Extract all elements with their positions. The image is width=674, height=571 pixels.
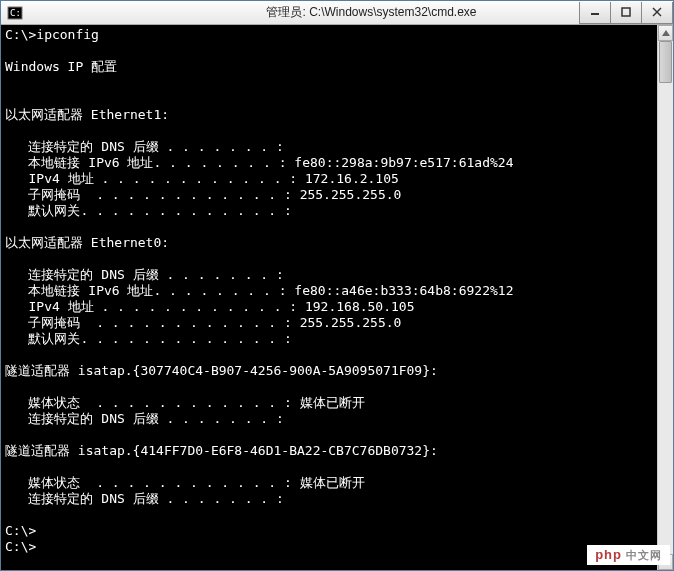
svg-text:C:: C: [10, 8, 21, 18]
cmd-icon: C: [7, 5, 23, 21]
scroll-up-button[interactable] [658, 25, 673, 41]
svg-rect-3 [622, 8, 630, 16]
terminal-output[interactable]: C:\>ipconfig Windows IP 配置 以太网适配器 Ethern… [1, 25, 673, 570]
close-button[interactable] [641, 2, 673, 24]
maximize-button[interactable] [610, 2, 642, 24]
scrollbar-thumb[interactable] [659, 41, 672, 83]
window-controls [580, 2, 673, 24]
vertical-scrollbar[interactable] [657, 25, 673, 570]
svg-marker-6 [662, 30, 670, 36]
cmd-window: C: 管理员: C:\Windows\system32\cmd.exe C:\>… [0, 0, 674, 571]
watermark-text: php [595, 547, 622, 562]
minimize-button[interactable] [579, 2, 611, 24]
window-title: 管理员: C:\Windows\system32\cmd.exe [266, 4, 476, 21]
titlebar-left: C: [7, 5, 23, 21]
scrollbar-track[interactable] [658, 41, 673, 554]
watermark: php中文网 [587, 545, 670, 565]
titlebar[interactable]: C: 管理员: C:\Windows\system32\cmd.exe [1, 1, 673, 25]
watermark-cn: 中文网 [626, 549, 662, 561]
